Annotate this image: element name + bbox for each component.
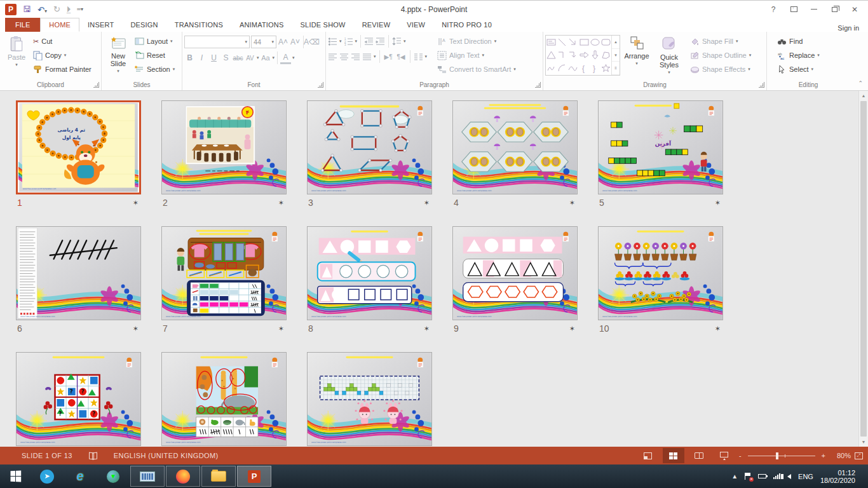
slide-5-thumbnail[interactable]: آفرین www.free-power-point-templates.com	[598, 100, 723, 194]
start-from-beginning-icon[interactable]: ⏵̲	[67, 4, 71, 15]
cut-button[interactable]: ✂Cut	[31, 34, 93, 48]
slide-10-thumbnail[interactable]: www.free-power-point-templates.com	[598, 226, 723, 320]
line-spacing-icon[interactable]	[392, 37, 402, 46]
zoom-level[interactable]: 80%	[829, 452, 851, 459]
tab-animations[interactable]: ANIMATIONS	[231, 18, 292, 32]
shrink-font-button[interactable]: A˅	[290, 36, 301, 48]
network-signal-icon[interactable]	[773, 473, 780, 479]
copy-button[interactable]: Copy▾	[31, 48, 93, 62]
shape-right-arrow-icon[interactable]	[580, 50, 589, 60]
replace-button[interactable]: abac Replace▾	[775, 48, 822, 62]
volume-icon[interactable]	[787, 474, 791, 479]
increase-indent-icon[interactable]	[376, 37, 385, 46]
tab-insert[interactable]: INSERT	[79, 18, 122, 32]
input-language-indicator[interactable]: ENG	[798, 473, 813, 480]
underline-button[interactable]: U	[208, 51, 219, 64]
shape-line-icon[interactable]	[557, 37, 567, 47]
zoom-in-button[interactable]: +	[822, 452, 825, 459]
section-button[interactable]: Section▾	[133, 62, 177, 76]
shape-triangle-icon[interactable]	[546, 50, 556, 60]
customize-qat-icon[interactable]: ═▾	[77, 6, 83, 12]
taskbar-internet-explorer-icon[interactable]: e	[64, 464, 97, 488]
left-to-right-icon[interactable]: ▶¶	[383, 50, 394, 63]
shape-arrow-icon[interactable]	[568, 37, 578, 47]
taskbar-powerpoint-app[interactable]: P	[237, 466, 271, 487]
shape-elbow-arrow-icon[interactable]	[568, 50, 578, 60]
clear-formatting-button[interactable]: A⌫	[306, 36, 317, 48]
vertical-scrollbar[interactable]: ▲ ▼	[858, 91, 868, 447]
decrease-indent-icon[interactable]	[364, 37, 374, 46]
shape-freeform-icon[interactable]	[601, 50, 611, 60]
slide-2-thumbnail[interactable]: ۴ www.free-power-point-templates.com	[161, 100, 287, 194]
start-button[interactable]	[0, 464, 31, 488]
slide-9-thumbnail[interactable]: www.free-power-point-templates.com	[452, 226, 578, 320]
shape-effects-button[interactable]: Shape Effects▾	[689, 62, 752, 76]
shape-rectangle-icon[interactable]	[580, 37, 589, 47]
slide-12-thumbnail[interactable]: www.free-power-point-templates.com	[161, 352, 287, 446]
spell-check-icon[interactable]	[89, 452, 97, 459]
change-case-button[interactable]: Aa	[261, 51, 271, 64]
shape-arc-icon[interactable]	[557, 64, 567, 73]
tab-view[interactable]: VIEW	[398, 18, 433, 32]
scrollbar-thumb[interactable]	[860, 101, 867, 437]
shapes-gallery-scrollbar[interactable]: ▲▼≡	[611, 36, 620, 75]
collapse-ribbon-icon[interactable]: ⌃	[858, 80, 863, 86]
character-spacing-button[interactable]: AV	[245, 51, 255, 64]
shape-elbow-icon[interactable]	[557, 50, 567, 60]
align-right-icon[interactable]	[351, 52, 360, 62]
bullets-icon[interactable]	[328, 37, 337, 46]
taskbar-file-explorer-app[interactable]	[201, 466, 236, 487]
bold-button[interactable]: B	[184, 51, 195, 64]
tab-transitions[interactable]: TRANSITIONS	[166, 18, 231, 32]
align-text-button[interactable]: Align Text▾	[436, 48, 517, 62]
new-slide-button[interactable]: New Slide▾	[104, 33, 133, 79]
font-dialog-launcher[interactable]	[318, 82, 323, 88]
tab-slide-show[interactable]: SLIDE SHOW	[292, 18, 354, 32]
clock[interactable]: 01:12 18/02/2020	[820, 469, 855, 484]
slide-11-thumbnail[interactable]: ?? ?? www.free-power-	[16, 352, 141, 446]
italic-button[interactable]: I	[196, 51, 207, 64]
shape-scribble-icon[interactable]	[546, 64, 556, 73]
taskbar-telegram-icon[interactable]: ➤	[31, 464, 64, 488]
clipboard-dialog-launcher[interactable]	[93, 82, 99, 88]
tab-file[interactable]: FILE	[5, 18, 40, 32]
layout-button[interactable]: Layout▾	[133, 34, 177, 48]
action-center-flag-icon[interactable]	[745, 473, 751, 480]
columns-icon[interactable]	[414, 52, 423, 62]
help-button[interactable]: ?	[764, 3, 783, 17]
tab-design[interactable]: DESIGN	[122, 18, 166, 32]
save-icon[interactable]: 🖫	[23, 4, 31, 14]
tab-home[interactable]: HOME	[40, 18, 79, 32]
shape-rounded-rect-icon[interactable]	[601, 37, 611, 47]
slide-8-thumbnail[interactable]: www.free-power-point-templates.com	[307, 226, 432, 320]
restore-button[interactable]	[825, 3, 844, 17]
slide-3-thumbnail[interactable]: www.free-power-point-templates.com	[307, 100, 432, 194]
zoom-out-button[interactable]: -	[739, 452, 742, 459]
shape-left-brace-icon[interactable]: {	[580, 64, 589, 73]
normal-view-button[interactable]	[637, 448, 659, 463]
language-indicator[interactable]: ENGLISH (UNITED KINGDOM)	[114, 452, 219, 459]
slide-7-thumbnail[interactable]: www.free-power-point-templates.com	[161, 226, 287, 320]
taskbar-onscreen-keyboard-app[interactable]	[130, 466, 165, 487]
zoom-slider[interactable]	[748, 456, 815, 456]
taskbar-firefox-app[interactable]	[166, 466, 200, 487]
format-painter-button[interactable]: Format Painter	[31, 62, 93, 76]
paragraph-dialog-launcher[interactable]	[535, 82, 541, 88]
shape-outline-button[interactable]: Shape Outline▾	[689, 48, 752, 62]
slide-sorter-view-button[interactable]	[663, 448, 684, 463]
ribbon-display-options-button[interactable]	[784, 3, 803, 17]
close-button[interactable]: ✕	[845, 3, 864, 17]
align-left-icon[interactable]	[328, 52, 337, 62]
text-direction-button[interactable]: A Text Direction▾	[436, 34, 517, 48]
shape-textbox-icon[interactable]	[546, 37, 556, 47]
fit-slide-to-window-icon[interactable]: ⤢	[855, 452, 863, 459]
quick-styles-button[interactable]: Quick Styles▾	[653, 33, 685, 79]
shape-down-arrow-icon[interactable]	[590, 50, 600, 60]
taskbar-download-manager-icon[interactable]: ▼	[97, 464, 130, 488]
shape-fill-button[interactable]: Shape Fill▾	[689, 34, 752, 48]
align-center-icon[interactable]	[339, 52, 349, 62]
slide-show-button[interactable]	[714, 448, 735, 463]
right-to-left-icon[interactable]: ¶◀	[396, 50, 407, 63]
reset-button[interactable]: Reset	[133, 48, 177, 62]
shapes-gallery[interactable]: { } ▲▼≡	[545, 35, 620, 76]
